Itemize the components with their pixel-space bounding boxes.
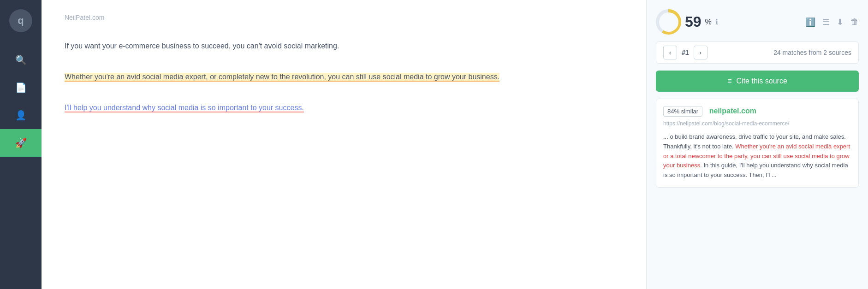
paragraph-2-highlighted: Whether you're an avid social media expe… [65, 73, 499, 82]
info-icon[interactable]: ℹ️ [805, 17, 815, 27]
cite-icon: ≡ [727, 77, 731, 85]
matches-text: 24 matches from 2 sources [773, 49, 851, 56]
next-button[interactable]: › [694, 46, 707, 59]
document-icon: 📄 [15, 82, 27, 93]
header-icons: ℹ️ ☰ ⬇ 🗑 [805, 17, 859, 27]
progress-ring-inner [659, 12, 678, 32]
list-icon[interactable]: ☰ [822, 17, 830, 27]
delete-icon[interactable]: 🗑 [850, 17, 859, 27]
rocket-icon: 🚀 [15, 137, 27, 148]
score-header: 59 % ℹ ℹ️ ☰ ⬇ 🗑 [656, 9, 859, 35]
similarity-badge: 84% similar [663, 106, 702, 117]
prev-button[interactable]: ‹ [663, 46, 677, 59]
nav-bar: ‹ #1 › 24 matches from 2 sources [656, 41, 859, 64]
progress-ring [656, 9, 681, 35]
user-icon: 👤 [15, 110, 27, 121]
source-url: https://neilpatel.com/blog/social-media-… [663, 120, 851, 127]
score-percent: % [705, 18, 712, 26]
prev-icon: ‹ [669, 49, 672, 56]
search-icon: 🔍 [15, 54, 27, 65]
source-card: 84% similar neilpatel.com https://neilpa… [656, 99, 859, 188]
paragraph-1: If you want your e-commerce business to … [65, 40, 623, 52]
logo-letter: q [18, 15, 24, 27]
score-info-icon[interactable]: ℹ [715, 18, 718, 26]
source-link[interactable]: neilpatel.com [709, 107, 756, 115]
cite-label: Cite this source [737, 77, 787, 85]
sidebar-item-user[interactable]: 👤 [0, 101, 42, 129]
source-label: NeilPatel.com [65, 14, 623, 21]
main-content: NeilPatel.com If you want your e-commerc… [42, 0, 647, 289]
paragraph-1-text: If you want your e-commerce business to … [65, 42, 339, 50]
score-value: 59 [685, 13, 702, 30]
logo: q [9, 9, 32, 32]
sidebar-item-rocket[interactable]: 🚀 [0, 129, 42, 157]
right-panel: 59 % ℹ ℹ️ ☰ ⬇ 🗑 ‹ #1 › 24 matches from 2… [647, 0, 868, 289]
nav-number: #1 [682, 49, 689, 56]
source-card-header: 84% similar neilpatel.com [663, 106, 851, 120]
sidebar-item-search[interactable]: 🔍 [0, 46, 42, 74]
source-snippet: ... o build brand awareness, drive traff… [663, 132, 851, 180]
paragraph-2: Whether you're an avid social media expe… [65, 71, 623, 83]
download-icon[interactable]: ⬇ [837, 17, 844, 27]
sidebar: q 🔍 📄 👤 🚀 [0, 0, 42, 289]
sidebar-item-document[interactable]: 📄 [0, 74, 42, 101]
cite-button[interactable]: ≡ Cite this source [656, 71, 859, 92]
score-circle-wrap: 59 % ℹ [656, 9, 718, 35]
paragraph-3: I'll help you understand why social medi… [65, 101, 623, 114]
next-icon: › [699, 49, 702, 56]
paragraph-3-highlighted: I'll help you understand why social medi… [65, 104, 304, 112]
